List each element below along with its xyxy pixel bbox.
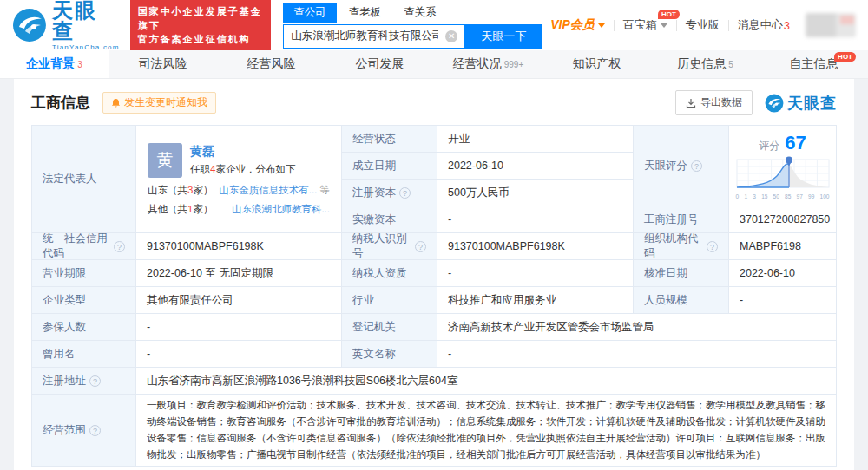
pro-version-link[interactable]: 专业版: [677, 17, 728, 33]
field-label-tax-id: 纳税人识别号: [342, 233, 437, 260]
field-value-approve-date: 2022-06-10: [729, 260, 837, 287]
message-center-link[interactable]: 消息中心 3: [729, 17, 799, 33]
field-value-tax-id: 91370100MABPF6198K: [437, 233, 634, 260]
download-icon: [686, 98, 696, 108]
related-company-link[interactable]: 山东金质信息技术有...: [219, 185, 317, 195]
field-label-former-name: 曾用名: [32, 341, 136, 368]
tab-intellectual-property[interactable]: 知识产权: [542, 50, 651, 78]
score-value: 67: [785, 132, 806, 154]
field-label-staff: 人员规模: [634, 287, 729, 314]
help-icon[interactable]: [399, 187, 411, 199]
field-value-est-date: 2022-06-10: [437, 153, 634, 180]
field-label-tax-quality: 纳税人资质: [342, 260, 437, 287]
field-label-registry: 登记机关: [342, 314, 437, 341]
user-avatar-blurred[interactable]: [806, 13, 856, 37]
related-company-link[interactable]: 山东浪潮北师教育科...: [232, 204, 330, 214]
legal-rep-cell: 黄 黄磊 任职4家企业，分布如下 山东（共3家） 山东金质信息技术有... 等 …: [136, 126, 342, 233]
field-label-term: 营业期限: [32, 260, 136, 287]
search-button[interactable]: 天眼一下: [465, 24, 542, 49]
field-value-registry: 济南高新技术产业开发区管委会市场监管局: [437, 314, 837, 341]
tianyancha-watermark: 天眼查: [765, 93, 837, 114]
gov-certification-badge: 国家中小企业发展子基金旗下 官方备案企业征信机构: [130, 0, 272, 50]
help-icon[interactable]: [89, 425, 101, 436]
tab-history-info[interactable]: 历史信息5: [651, 50, 760, 78]
field-value-org-code: MABPF6198: [729, 233, 837, 260]
message-count-badge: 3: [784, 19, 790, 32]
header: 天眼查 TianYanCha.com 国家中小企业发展子基金旗下 官方备案企业征…: [0, 0, 868, 50]
help-icon[interactable]: [89, 375, 101, 387]
chevron-down-icon: [598, 23, 605, 28]
hot-badge: HOT: [834, 52, 856, 62]
field-label-approve-date: 核准日期: [634, 260, 729, 287]
field-value-term: 2022-06-10 至 无固定期限: [136, 260, 342, 287]
field-label-industry: 行业: [342, 287, 437, 314]
tab-self-published-info[interactable]: 自主信息 HOT: [760, 50, 868, 78]
score-distribution-chart: [735, 154, 831, 193]
field-label-credit-code: 统一社会信用代码: [32, 233, 136, 260]
score-axis-ticks: 0131550859799100: [736, 193, 830, 199]
search-area: 查公司 查老板 查关系 ✕ 天眼一下: [283, 3, 542, 49]
field-value-reg-no: 370127200827850: [729, 206, 837, 233]
toolbox-menu[interactable]: 百宝箱 HOT: [615, 17, 676, 33]
tab-enterprise-background[interactable]: 企业背景3: [0, 50, 108, 78]
field-label-status: 经营状态: [342, 126, 437, 153]
help-icon[interactable]: [415, 241, 426, 252]
field-value-tax-quality: -: [437, 260, 634, 287]
legal-rep-region-row: 其他（共1家） 山东浪潮北师教育科...: [148, 203, 330, 216]
field-label-org-code: 组织机构代码: [634, 233, 729, 260]
tianyan-score-cell[interactable]: 评分 67 0131550859799100: [729, 126, 837, 206]
section-title: 工商信息: [31, 93, 90, 113]
field-label-ent-type: 企业类型: [32, 287, 136, 314]
help-icon[interactable]: [707, 241, 718, 252]
legal-rep-region-row: 山东（共3家） 山东金质信息技术有... 等: [148, 184, 330, 197]
field-value-paid-capital: -: [437, 206, 634, 233]
logo-text: 天眼查: [52, 0, 120, 42]
business-info-card: 工商信息 发生变更时通知我 导出数据: [14, 79, 854, 470]
field-label-tianyan-score: 天眼评分: [634, 126, 729, 206]
field-value-ent-type: 其他有限责任公司: [136, 287, 342, 314]
field-label-insured: 参保人数: [32, 314, 136, 341]
notify-on-change-button[interactable]: 发生变更时通知我: [102, 92, 216, 114]
field-label-reg-no: 工商注册号: [634, 206, 729, 233]
field-value-address: 山东省济南市高新区浪潮路1036号浪潮科技园S06楼北六层604室: [136, 368, 837, 395]
tab-operating-status[interactable]: 经营状况999+: [434, 50, 542, 78]
field-label-legal-rep: 法定代表人: [32, 126, 136, 233]
field-label-en-name: 英文名称: [342, 341, 437, 368]
field-label-scope: 经营范围: [32, 395, 136, 467]
field-value-insured: -: [136, 314, 342, 341]
legal-rep-avatar[interactable]: 黄: [148, 143, 182, 178]
top-menu: VIP会员 百宝箱 HOT 专业版 消息中心 3: [542, 13, 856, 37]
search-tab-relation[interactable]: 查关系: [393, 3, 447, 23]
vip-menu[interactable]: VIP会员: [542, 17, 614, 33]
company-nav-tabs: 企业背景3 司法风险 经营风险 公司发展 经营状况999+ 知识产权 历史信息5…: [0, 50, 868, 79]
field-value-former-name: -: [136, 341, 342, 368]
legal-rep-name-link[interactable]: 黄磊: [190, 144, 214, 158]
field-value-staff: -: [729, 287, 837, 314]
field-value-industry: 科技推广和应用服务业: [437, 287, 634, 314]
tab-company-development[interactable]: 公司发展: [326, 50, 434, 78]
tab-judicial-risk[interactable]: 司法风险: [108, 50, 217, 78]
export-data-button[interactable]: 导出数据: [675, 90, 753, 115]
tianyancha-logo-icon: [765, 94, 784, 113]
search-tab-company[interactable]: 查公司: [283, 3, 337, 23]
clear-search-icon[interactable]: ✕: [445, 30, 457, 42]
chevron-down-icon: [661, 23, 667, 28]
field-label-paid-capital: 实缴资本: [342, 206, 437, 233]
tianyancha-logo-icon: [12, 8, 47, 42]
tab-operating-risk[interactable]: 经营风险: [217, 50, 326, 78]
field-label-address: 注册地址: [32, 368, 136, 395]
tab-count: 999+: [504, 60, 524, 69]
field-value-en-name: -: [437, 341, 837, 368]
field-value-credit-code: 91370100MABPF6198K: [136, 233, 342, 260]
bell-icon: [111, 98, 121, 108]
search-tab-boss[interactable]: 查老板: [339, 3, 392, 23]
tianyancha-logo[interactable]: 天眼查 TianYanCha.com: [12, 0, 120, 51]
legal-rep-tenure: 任职4家企业，分布如下: [190, 163, 295, 176]
field-label-reg-capital: 注册资本: [342, 180, 437, 206]
search-input[interactable]: [284, 30, 445, 42]
field-value-reg-capital: 500万人民币: [437, 180, 634, 206]
tab-count: 5: [728, 60, 733, 69]
help-icon[interactable]: [691, 160, 702, 172]
help-icon[interactable]: [114, 241, 125, 252]
field-value-scope: 一般项目：教育教学检测和评价活动；技术服务、技术开发、技术咨询、技术交流、技术转…: [136, 395, 837, 467]
